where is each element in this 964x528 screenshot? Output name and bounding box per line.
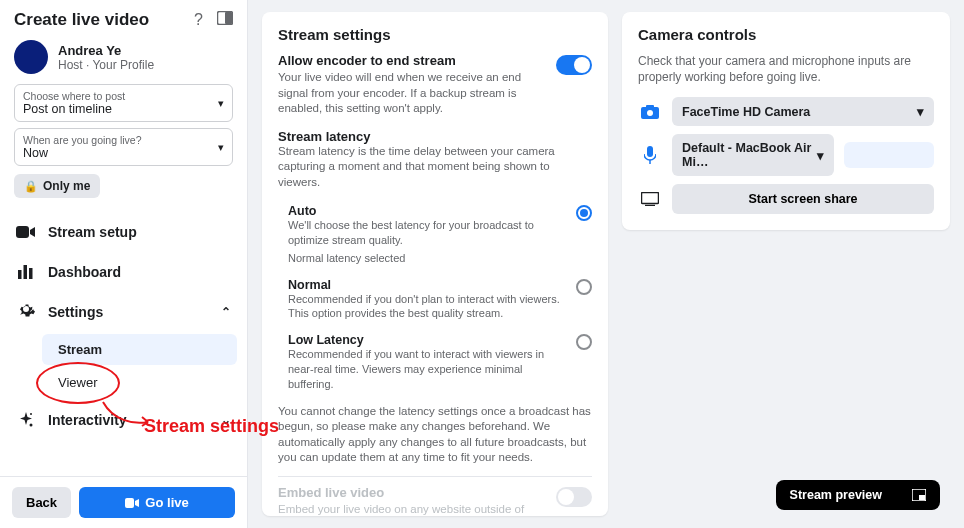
avatar bbox=[14, 40, 48, 74]
mic-level-bar bbox=[844, 142, 934, 168]
allow-encoder-toggle[interactable] bbox=[556, 55, 592, 75]
camera-setup-icon bbox=[16, 222, 36, 242]
page-title: Create live video bbox=[14, 10, 149, 30]
camera-controls-title: Camera controls bbox=[638, 26, 934, 43]
stream-preview-button[interactable]: Stream preview bbox=[776, 480, 940, 510]
back-button[interactable]: Back bbox=[12, 487, 71, 518]
embed-toggle bbox=[556, 487, 592, 507]
microphone-icon bbox=[638, 143, 662, 167]
help-icon[interactable]: ? bbox=[194, 11, 203, 29]
sidebar-item-stream-setup[interactable]: Stream setup bbox=[0, 212, 247, 252]
svg-rect-8 bbox=[125, 498, 134, 508]
stream-settings-card: Stream settings Allow encoder to end str… bbox=[262, 12, 608, 516]
sidebar-subitem-stream[interactable]: Stream bbox=[42, 334, 237, 365]
start-screen-share-button[interactable]: Start screen share bbox=[672, 184, 934, 214]
camera-select[interactable]: FaceTime HD Camera ▾ bbox=[672, 97, 934, 126]
latency-option-low[interactable]: Low Latency Recommended if you want to i… bbox=[278, 327, 592, 398]
gear-icon bbox=[16, 302, 36, 322]
user-name: Andrea Ye bbox=[58, 43, 154, 58]
sparkle-icon bbox=[16, 410, 36, 430]
chevron-down-icon: ▾ bbox=[817, 148, 824, 163]
chevron-down-icon: ▾ bbox=[218, 97, 224, 110]
sidebar-item-interactivity[interactable]: Interactivity ⌄ bbox=[0, 400, 247, 440]
lock-icon: 🔒 bbox=[24, 180, 38, 193]
dashboard-icon bbox=[16, 262, 36, 282]
svg-rect-3 bbox=[18, 270, 22, 279]
sidebar: Create live video ? Andrea Ye Host · You… bbox=[0, 0, 248, 528]
svg-point-7 bbox=[30, 413, 32, 415]
svg-rect-12 bbox=[647, 146, 653, 157]
svg-rect-4 bbox=[24, 265, 28, 279]
camera-icon bbox=[638, 100, 662, 124]
latency-option-auto[interactable]: Auto We'll choose the best latency for y… bbox=[278, 198, 592, 272]
sidebar-subitem-viewer[interactable]: Viewer bbox=[42, 367, 237, 398]
svg-point-6 bbox=[30, 424, 33, 427]
svg-rect-2 bbox=[16, 226, 29, 238]
when-live-select[interactable]: When are you going live? Now ▾ bbox=[14, 128, 233, 166]
svg-rect-5 bbox=[29, 268, 33, 279]
video-icon bbox=[125, 498, 139, 508]
camera-controls-card: Camera controls Check that your camera a… bbox=[622, 12, 950, 230]
chevron-down-icon: ⌄ bbox=[221, 413, 231, 427]
screen-share-icon bbox=[638, 187, 662, 211]
radio-icon bbox=[576, 205, 592, 221]
svg-point-11 bbox=[647, 110, 653, 116]
go-live-button[interactable]: Go live bbox=[79, 487, 235, 518]
mic-select[interactable]: Default - MacBook Air Mi… ▾ bbox=[672, 134, 834, 176]
chevron-down-icon: ▾ bbox=[917, 104, 924, 119]
user-row: Andrea Ye Host · Your Profile bbox=[14, 40, 233, 74]
expand-icon bbox=[912, 489, 926, 501]
chevron-up-icon: ⌃ bbox=[221, 305, 231, 319]
panel-icon[interactable] bbox=[217, 11, 233, 29]
radio-icon bbox=[576, 334, 592, 350]
sidebar-item-dashboard[interactable]: Dashboard bbox=[0, 252, 247, 292]
stream-settings-title: Stream settings bbox=[278, 26, 592, 43]
post-where-select[interactable]: Choose where to post Post on timeline ▾ bbox=[14, 84, 233, 122]
svg-rect-14 bbox=[642, 193, 659, 204]
svg-rect-10 bbox=[646, 105, 654, 108]
privacy-button[interactable]: 🔒 Only me bbox=[14, 174, 100, 198]
svg-rect-1 bbox=[225, 12, 232, 24]
user-subtitle: Host · Your Profile bbox=[58, 58, 154, 72]
latency-option-normal[interactable]: Normal Recommended if you don't plan to … bbox=[278, 272, 592, 328]
chevron-down-icon: ▾ bbox=[218, 141, 224, 154]
svg-rect-17 bbox=[919, 495, 925, 500]
radio-icon bbox=[576, 279, 592, 295]
sidebar-item-settings[interactable]: Settings ⌃ bbox=[0, 292, 247, 332]
